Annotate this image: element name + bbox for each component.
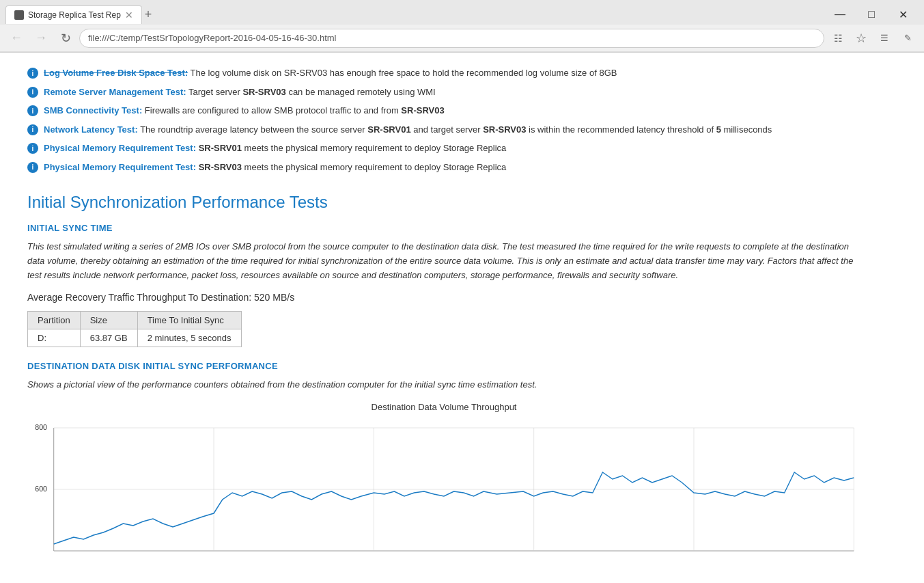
info-text-smb: SMB Connectivity Test: Firewalls are con… <box>44 104 445 118</box>
col-size: Size <box>80 312 137 329</box>
col-time: Time To Initial Sync <box>137 312 241 329</box>
info-item-memory-2: i Physical Memory Requirement Test: SR-S… <box>27 158 860 177</box>
subsection1-heading: INITIAL SYNC TIME <box>27 223 860 233</box>
nav-right-buttons: ☷ ☆ ☰ ✎ <box>827 27 919 49</box>
info-item-memory-1: i Physical Memory Requirement Test: SR-S… <box>27 139 860 158</box>
info-text-log-volume: Log Volume Free Disk Space Test: The log… <box>44 66 617 80</box>
svg-text:800: 800 <box>35 423 47 431</box>
throughput-line: Average Recovery Traffic Throughput To D… <box>27 292 860 303</box>
menu-button[interactable]: ☰ <box>873 27 895 49</box>
minimize-button[interactable]: — <box>824 4 856 25</box>
cell-size: 63.87 GB <box>80 329 137 347</box>
info-text-memory-1: Physical Memory Requirement Test: SR-SRV… <box>44 141 506 155</box>
info-icon-2: i <box>27 87 38 98</box>
subsection2-heading: DESTINATION DATA DISK INITIAL SYNC PERFO… <box>27 361 860 371</box>
chart-container: Destination Data Volume Throughput 800 6… <box>27 402 860 554</box>
nav-bar: ← → ↻ ☷ ☆ ☰ ✎ <box>0 25 924 52</box>
network-link[interactable]: Network Latency Test: <box>44 124 138 135</box>
active-tab[interactable]: Storage Replica Test Rep ✕ <box>5 5 142 24</box>
subsection1-description: This test simulated writing a series of … <box>27 240 860 282</box>
chart-svg: 800 600 <box>27 418 860 554</box>
col-partition: Partition <box>28 312 81 329</box>
window-controls: — □ ✕ <box>824 4 919 25</box>
tab-close-icon[interactable]: ✕ <box>125 10 133 21</box>
smb-link[interactable]: SMB Connectivity Test: <box>44 105 142 116</box>
info-text-remote-server: Remote Server Management Test: Target se… <box>44 85 436 99</box>
back-button[interactable]: ← <box>5 27 27 49</box>
memory-2-link[interactable]: Physical Memory Requirement Test: <box>44 162 196 172</box>
tools-button[interactable]: ✎ <box>897 27 919 49</box>
browser-chrome: Storage Replica Test Rep ✕ + — □ ✕ ← → ↻… <box>0 0 924 53</box>
section-title: Initial Synchronization Performance Test… <box>27 193 860 212</box>
chart-title: Destination Data Volume Throughput <box>27 402 860 412</box>
info-text-memory-2: Physical Memory Requirement Test: SR-SRV… <box>44 161 506 174</box>
maximize-button[interactable]: □ <box>856 4 887 25</box>
remote-server-link[interactable]: Remote Server Management Test: <box>44 87 186 97</box>
info-icon: i <box>27 68 38 79</box>
favorites-button[interactable]: ☆ <box>850 27 872 49</box>
info-text-network: Network Latency Test: The roundtrip aver… <box>44 123 772 137</box>
address-bar[interactable] <box>79 29 824 48</box>
info-item-remote-server: i Remote Server Management Test: Target … <box>27 83 860 102</box>
info-link[interactable]: Log Volume Free Disk Space Test: <box>44 68 188 78</box>
sync-table: Partition Size Time To Initial Sync D: 6… <box>27 311 242 347</box>
page-content: i Log Volume Free Disk Space Test: The l… <box>0 53 924 583</box>
memory-1-link[interactable]: Physical Memory Requirement Test: <box>44 143 196 153</box>
cell-time: 2 minutes, 5 seconds <box>137 329 241 347</box>
refresh-button[interactable]: ↻ <box>55 27 76 49</box>
tab-bar: Storage Replica Test Rep ✕ + — □ ✕ <box>0 0 924 25</box>
info-icon-6: i <box>27 162 38 173</box>
info-item-smb: i SMB Connectivity Test: Firewalls are c… <box>27 101 860 120</box>
new-tab-button[interactable]: + <box>145 8 152 21</box>
info-icon-5: i <box>27 143 38 154</box>
info-icon-4: i <box>27 124 38 135</box>
cell-partition: D: <box>28 329 81 347</box>
table-header-row: Partition Size Time To Initial Sync <box>28 312 242 329</box>
info-item-log-volume: i Log Volume Free Disk Space Test: The l… <box>27 64 860 83</box>
info-icon-3: i <box>27 105 38 116</box>
close-button[interactable]: ✕ <box>887 4 919 25</box>
tab-favicon <box>14 10 24 20</box>
subsection2-description: Shows a pictorial view of the performanc… <box>27 378 860 392</box>
tab-label: Storage Replica Test Rep <box>28 10 121 20</box>
svg-text:600: 600 <box>35 485 47 493</box>
content-inner: i Log Volume Free Disk Space Test: The l… <box>0 53 888 582</box>
forward-button[interactable]: → <box>30 27 52 49</box>
table-row: D: 63.87 GB 2 minutes, 5 seconds <box>28 329 242 347</box>
chart-area: 800 600 <box>27 418 860 554</box>
reader-view-button[interactable]: ☷ <box>827 27 849 49</box>
info-item-network: i Network Latency Test: The roundtrip av… <box>27 120 860 139</box>
